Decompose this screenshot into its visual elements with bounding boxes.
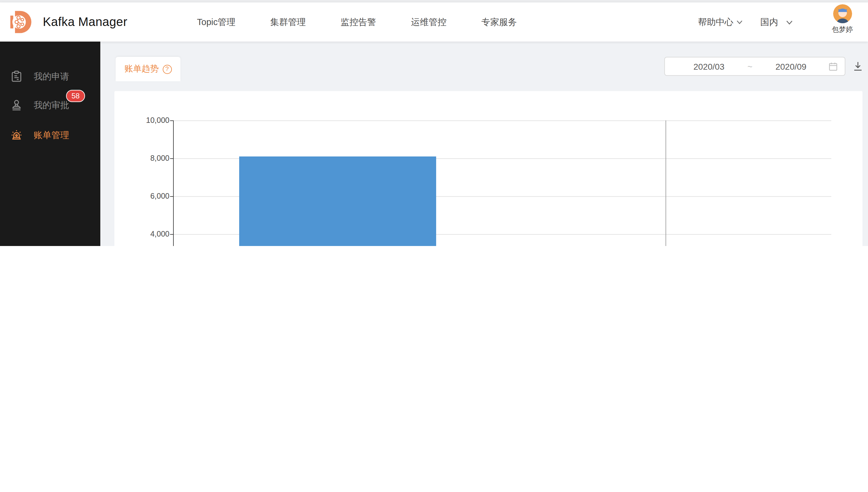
nav-item-cluster[interactable]: 集群管理 xyxy=(271,16,306,28)
download-icon[interactable] xyxy=(853,61,863,72)
region-label: 国内 xyxy=(760,16,778,28)
help-center-label: 帮助中心 xyxy=(698,16,733,28)
chevron-down-icon xyxy=(785,18,793,26)
sidebar-item-my-approvals[interactable]: 我的审批 xyxy=(0,93,100,117)
tab-bill-trend[interactable]: 账单趋势 ? xyxy=(116,57,181,81)
main-nav: Topic管理 集群管理 监控告警 运维管控 专家服务 xyxy=(197,2,517,42)
nav-item-expert[interactable]: 专家服务 xyxy=(482,16,517,28)
user-menu[interactable]: 包梦婷 xyxy=(827,4,858,33)
sidebar-item-label: 账单管理 xyxy=(33,129,69,141)
sidebar: 我的申请 我的审批 58 xyxy=(0,42,100,246)
stamp-icon xyxy=(10,99,23,111)
y-axis-tick xyxy=(170,234,173,235)
clipboard-icon xyxy=(10,70,23,82)
y-axis-label: 6,000 xyxy=(125,192,169,200)
gridline xyxy=(173,120,831,121)
nav-item-topic[interactable]: Topic管理 xyxy=(197,16,235,28)
nav-item-monitor[interactable]: 监控告警 xyxy=(341,16,376,28)
sidebar-item-billing[interactable]: 账单管理 xyxy=(0,123,100,147)
sidebar-item-label: 我的申请 xyxy=(33,71,69,82)
y-axis-label: 4,000 xyxy=(125,230,169,238)
app-title: Kafka Manager xyxy=(43,15,127,29)
bill-trend-chart: 10,000 8,000 6,000 4,000 2,000 0 2020-07… xyxy=(114,91,863,246)
help-center-menu[interactable]: 帮助中心 xyxy=(698,2,743,42)
sidebar-item-label: 我的审批 xyxy=(33,99,69,111)
date-end-input[interactable]: 2020/09 xyxy=(754,62,828,71)
user-avatar xyxy=(833,4,852,23)
window-top-strip xyxy=(0,0,868,2)
help-question-icon[interactable]: ? xyxy=(162,65,171,74)
y-axis-tick xyxy=(170,158,173,159)
app-logo-icon[interactable] xyxy=(9,9,35,35)
sidebar-item-my-applications[interactable]: 我的申请 xyxy=(0,64,100,89)
region-select[interactable]: 国内 xyxy=(760,2,793,42)
axis-pointer-line xyxy=(665,120,666,246)
siren-icon xyxy=(10,129,23,141)
date-range-separator: ~ xyxy=(746,62,754,71)
bar-2020-07[interactable] xyxy=(239,156,436,246)
calendar-icon xyxy=(828,62,838,71)
date-range-picker[interactable]: 2020/03 ~ 2020/09 xyxy=(664,57,845,76)
y-axis-line xyxy=(173,120,174,246)
user-name: 包梦婷 xyxy=(827,26,858,33)
approvals-count-badge: 58 xyxy=(66,90,85,102)
y-axis-tick xyxy=(170,120,173,121)
date-start-input[interactable]: 2020/03 xyxy=(672,62,746,71)
app-root: Kafka Manager Topic管理 集群管理 监控告警 运维管控 专家服… xyxy=(0,0,868,246)
nav-item-ops[interactable]: 运维管控 xyxy=(411,16,447,28)
tab-bill-trend-label: 账单趋势 xyxy=(124,64,159,75)
y-axis-label: 10,000 xyxy=(125,116,169,125)
y-axis-label: 8,000 xyxy=(125,154,169,163)
chevron-down-icon xyxy=(736,18,743,26)
top-navbar: Kafka Manager Topic管理 集群管理 监控告警 运维管控 专家服… xyxy=(0,2,868,42)
y-axis-tick xyxy=(170,196,173,197)
